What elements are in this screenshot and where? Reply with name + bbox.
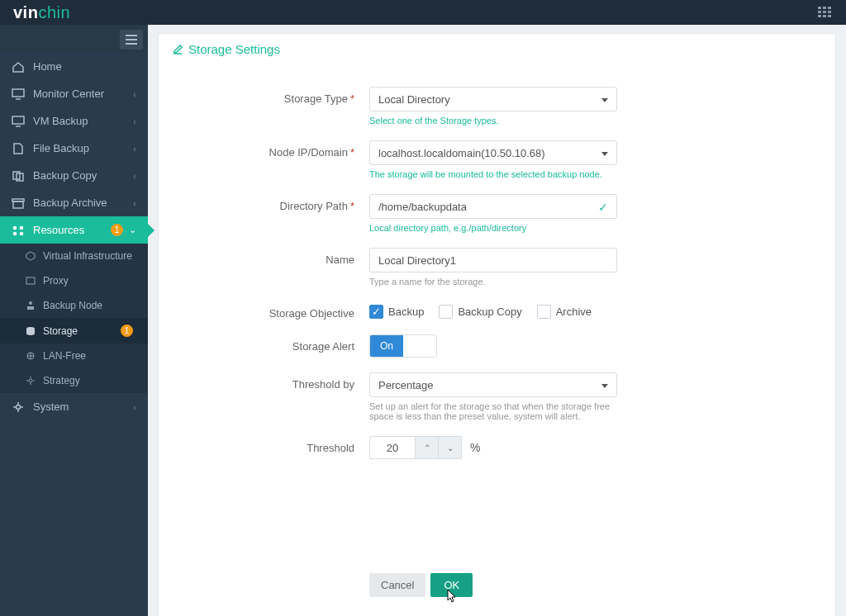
chevron-left-icon: ‹: [133, 89, 136, 99]
storage-alert-toggle[interactable]: On: [369, 334, 437, 358]
threshold-down-button[interactable]: ⌄: [439, 436, 462, 459]
sidebar-item-label: VM Backup: [33, 115, 88, 127]
toggle-off: [403, 335, 436, 357]
svg-rect-2: [828, 7, 831, 9]
panel-title: Storage Settings: [188, 42, 280, 56]
sidebar-item-file-backup[interactable]: File Backup ‹: [0, 135, 148, 162]
sidebar-item-resources[interactable]: Resources 1 ⌄: [0, 216, 148, 244]
svg-point-24: [29, 379, 32, 382]
storage-form: Storage Type* Local Directory Select one…: [159, 64, 835, 616]
storage-icon: [25, 326, 36, 336]
panel-header: Storage Settings: [159, 34, 835, 64]
sidebar-sub-virtual-infrastructure[interactable]: Virtual Infrastructure: [0, 244, 148, 268]
svg-point-17: [13, 231, 17, 235]
file-icon: [12, 143, 25, 154]
ok-button[interactable]: OK: [430, 573, 473, 597]
svg-rect-6: [818, 15, 821, 17]
label-name: Name: [192, 248, 369, 266]
cancel-button[interactable]: Cancel: [369, 573, 425, 597]
copy-icon: [12, 170, 25, 182]
sidebar-toggle-button[interactable]: [120, 30, 143, 50]
name-input[interactable]: Local Directory1: [369, 248, 617, 272]
checkbox-backup[interactable]: ✓Backup: [369, 305, 424, 319]
sidebar-sub-storage[interactable]: Storage 1: [0, 318, 148, 344]
check-icon: ✓: [598, 201, 608, 214]
svg-point-18: [20, 231, 24, 235]
hint-node: The storage will be mounted to the selec…: [369, 169, 634, 179]
threshold-value[interactable]: 20: [369, 436, 416, 459]
brand-logo: vinchin: [13, 3, 70, 22]
sidebar-item-system[interactable]: System ‹: [0, 393, 148, 420]
badge-count: 1: [121, 325, 133, 337]
chevron-left-icon: ‹: [133, 171, 136, 181]
sidebar-sub-strategy[interactable]: Strategy: [0, 368, 148, 393]
gear-icon: [12, 401, 25, 413]
svg-rect-8: [828, 15, 831, 17]
topbar: vinchin: [0, 0, 846, 25]
hint-directory-path: Local directory path, e.g./path/director…: [369, 223, 634, 233]
sidebar-item-label: Resources: [33, 224, 84, 236]
badge-count: 1: [111, 224, 123, 236]
sidebar-item-backup-copy[interactable]: Backup Copy ‹: [0, 162, 148, 189]
cube-icon: [25, 251, 36, 261]
menu-grid-icon[interactable]: [818, 7, 833, 18]
directory-path-input[interactable]: /home/backupdata ✓: [369, 194, 617, 219]
resources-icon: [12, 225, 25, 236]
label-storage-objective: Storage Objective: [192, 301, 369, 320]
svg-rect-4: [823, 11, 826, 13]
server-icon: [12, 116, 25, 127]
svg-point-20: [29, 301, 32, 305]
checkbox-backup-copy[interactable]: Backup Copy: [439, 305, 521, 319]
label-threshold-by: Threshold by: [192, 372, 369, 391]
sidebar-item-label: Home: [33, 60, 62, 73]
svg-rect-21: [27, 306, 34, 310]
svg-point-25: [17, 405, 21, 409]
hint-storage-type: Select one of the Storage types.: [369, 116, 634, 126]
chevron-left-icon: ‹: [133, 144, 136, 154]
network-icon: [25, 351, 36, 361]
monitor-icon: [12, 88, 25, 100]
sidebar-item-label: System: [33, 400, 69, 413]
svg-point-16: [20, 225, 24, 230]
chevron-left-icon: ‹: [133, 116, 136, 126]
panel-storage-settings: Storage Settings Storage Type* Local Dir…: [158, 33, 836, 616]
sidebar-item-label: Monitor Center: [33, 88, 104, 100]
sidebar-item-home[interactable]: Home: [0, 53, 148, 80]
sidebar-item-vm-backup[interactable]: VM Backup ‹: [0, 107, 148, 135]
svg-rect-3: [818, 11, 821, 13]
chevron-left-icon: ‹: [133, 198, 136, 208]
node-icon: [25, 301, 36, 310]
threshold-up-button[interactable]: ⌃: [416, 436, 439, 459]
sidebar-item-monitor-center[interactable]: Monitor Center ‹: [0, 80, 148, 107]
storage-type-select[interactable]: Local Directory: [369, 87, 617, 111]
sidebar-item-label: File Backup: [33, 142, 89, 154]
sidebar-sub-backup-node[interactable]: Backup Node: [0, 293, 148, 318]
archive-icon: [12, 197, 25, 209]
home-icon: [12, 61, 25, 73]
sidebar-sub-label: LAN-Free: [43, 350, 86, 362]
svg-rect-10: [12, 116, 24, 124]
svg-rect-1: [823, 7, 826, 9]
svg-rect-19: [26, 277, 35, 284]
sidebar-sub-proxy[interactable]: Proxy: [0, 268, 148, 293]
threshold-by-select[interactable]: Percentage: [369, 372, 617, 397]
svg-rect-9: [12, 89, 24, 97]
checkbox-archive[interactable]: Archive: [537, 305, 592, 319]
label-storage-type: Storage Type*: [192, 87, 369, 105]
hint-name: Type a name for the storage.: [369, 277, 634, 287]
toggle-on: On: [370, 335, 403, 357]
sidebar-item-label: Backup Archive: [33, 197, 107, 209]
node-select[interactable]: localhost.localdomain(10.50.10.68): [369, 140, 617, 165]
svg-rect-7: [823, 15, 826, 17]
sidebar-sub-lan-free[interactable]: LAN-Free: [0, 344, 148, 368]
sidebar-item-backup-archive[interactable]: Backup Archive ‹: [0, 189, 148, 216]
threshold-spinner: 20 ⌃ ⌄: [369, 436, 462, 459]
sidebar: Home Monitor Center ‹ VM Backup ‹ File B…: [0, 25, 148, 616]
edit-icon: [172, 44, 183, 55]
sidebar-sub-label: Backup Node: [43, 300, 102, 311]
topbar-right: [818, 7, 833, 18]
svg-rect-5: [828, 11, 831, 13]
gear-icon: [25, 376, 36, 386]
chevron-down-icon: ⌄: [129, 225, 136, 235]
chevron-left-icon: ‹: [133, 402, 136, 412]
